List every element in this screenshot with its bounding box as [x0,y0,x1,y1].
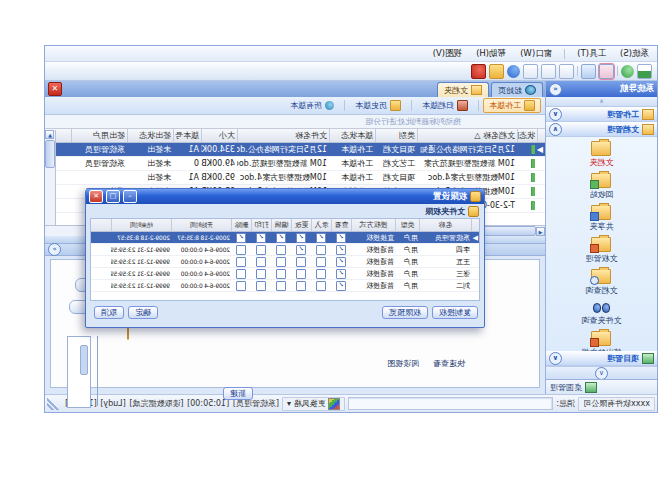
document-copy-icon[interactable] [559,64,574,79]
checkbox-delete[interactable] [236,269,246,279]
permission-row[interactable]: 刘二 用户 普通授权 ✓ 2009-6-4 0:00:00 9999-12-31… [91,280,479,292]
checkbox-print[interactable] [256,281,266,291]
checkbox-view[interactable]: ✓ [336,245,346,255]
permission-row[interactable]: 王五 用户 普通授权 ✓ 2009-6-4 0:00:00 9999-12-31… [91,256,479,268]
checkbox-view[interactable]: ✓ [336,281,346,291]
sidebar-mini-strip[interactable]: ∨ [546,366,657,379]
table-row[interactable]: 10M数据整理方案4.doc 项目文档 工作版本 10M数据整理方案4.doc … [45,171,545,185]
chevron-down-icon[interactable]: ∨ [595,367,608,380]
cancel-button[interactable]: 取消 [94,306,124,319]
table-row[interactable]: ▶ 12月5日实行网络办公通知 项目文档 工作版本 12月5日实行网络办公.do… [45,143,545,157]
checkbox-delete[interactable] [236,281,246,291]
sidebar-group-documents[interactable]: 文档管理 ∧ [546,122,657,137]
permission-row[interactable]: 李四 用户 普通授权 ✓ ✓ 2009-6-4 0:00:00 9999-12-… [91,244,479,256]
tab-read-view[interactable]: 阅读视图 [387,358,419,369]
checkbox-delete[interactable]: ✓ [236,233,246,243]
column-header-checkout-user[interactable]: 签出用户 [71,129,127,142]
checkbox-edit[interactable] [276,257,286,267]
maximize-icon[interactable]: □ [106,190,120,203]
checkbox-delete[interactable] [236,245,246,255]
column-header-docname[interactable]: 文档名称 △ [417,129,517,142]
sidebar-item-doc-rights[interactable]: 文权管理 [546,237,657,264]
collapse-panel-icon[interactable]: « [549,83,562,96]
history-version-button[interactable]: 历史版本 [349,98,407,113]
grid-group-hint[interactable]: 拖动列标题到此处进行分组 [45,115,545,129]
scroll-up-icon[interactable]: ▲ [46,130,55,139]
chart-icon[interactable] [637,64,652,79]
sidebar-item-checked-out[interactable]: 签出的文档 [546,331,657,351]
menu-tools[interactable]: 工具(T) [575,48,608,60]
column-header-checkout-status[interactable]: 签出状态 [127,129,173,142]
checkbox-view[interactable]: ✓ [336,233,346,243]
checkbox-edit[interactable]: ✓ [276,233,286,243]
checkbox-modify[interactable] [296,281,306,291]
globe-icon[interactable] [621,65,634,78]
checkbox-input[interactable] [316,245,326,255]
checkbox-edit[interactable] [276,245,286,255]
sidebar-group-work[interactable]: 工作管理 ∨ [546,107,657,122]
checkbox-edit[interactable] [276,269,286,279]
chevron-up-icon[interactable]: ∧ [549,123,562,136]
chevron-down-icon[interactable]: ∨ [549,352,562,365]
column-header-print[interactable]: 打印 [251,219,271,231]
minimize-icon[interactable]: – [123,190,137,203]
column-header-auth[interactable]: 授权方式 [351,219,395,231]
checkbox-modify[interactable] [296,269,306,279]
permission-row[interactable]: ▶ 系统管理员 用户 直接授权 ✓ ✓ ✓ ✓ ✓ ✓ 2009-2-18 8:… [91,232,479,244]
preview-listbox[interactable] [67,336,91,408]
copy-permissions-button[interactable]: 复制授权 [432,306,478,319]
table-row[interactable]: 10M 新数据整理规范方案 工艺文档 工作版本 10M 新数据整理规范.doc … [45,157,545,171]
checkbox-print[interactable]: ✓ [256,233,266,243]
preview-permissions-button[interactable]: 权限预览 [382,306,428,319]
sidebar-item-folder-search[interactable]: 文件夹查询 [546,301,657,326]
column-header-name[interactable]: 名称 [419,219,471,231]
chevron-down-icon[interactable]: ∨ [549,108,562,121]
column-header-delete[interactable]: 删除 [231,219,251,231]
checkbox-view[interactable]: ✓ [336,257,346,267]
working-version-button[interactable]: 工作版本 [483,98,541,113]
column-header-category[interactable]: 类别 [375,129,417,142]
archived-version-button[interactable]: 归档版本 [416,98,474,113]
vertical-scrollbar[interactable]: ▲ [45,130,56,225]
ok-button[interactable]: 确定 [128,306,158,319]
document-new-icon[interactable] [523,64,538,79]
scrollbar-thumb[interactable] [45,140,55,168]
column-header-size[interactable]: 大小 [201,129,237,142]
checkbox-print[interactable] [256,257,266,267]
tab-document-folder[interactable]: 文档夹 [437,82,489,97]
column-header-start[interactable]: 开始时间 [171,219,231,231]
scrollbar-thumb[interactable] [80,345,88,375]
sidebar-collapse-strip[interactable]: ∧ [546,97,657,107]
checkbox-input[interactable] [316,257,326,267]
checkbox-modify[interactable]: ✓ [296,233,306,243]
window-cascade-icon[interactable] [581,64,596,79]
menu-view[interactable]: 视图(V) [431,48,464,60]
column-header-end[interactable]: 结束时间 [111,219,171,231]
checkbox-input[interactable] [316,269,326,279]
document-open-icon[interactable] [541,64,556,79]
all-versions-button[interactable]: 所有版本 [284,98,340,113]
checkbox-view[interactable]: ✓ [336,269,346,279]
menu-system[interactable]: 系统(S) [618,48,651,60]
column-header-view[interactable]: 查看 [331,219,351,231]
column-header-version-status[interactable]: 版本状态 [329,129,375,142]
lock-icon[interactable] [489,64,504,79]
sidebar-item-document-folder[interactable]: 文档夹 [546,141,657,168]
new-button[interactable]: 新建 [223,387,253,400]
sidebar-item-doc-search[interactable]: 文档查询 [546,269,657,296]
tab-quick-view[interactable]: 快速查看 [433,358,465,369]
tab-start-page[interactable]: 起始页 [491,82,543,97]
style-picker[interactable]: 更换风格 ▾ [282,397,345,411]
dialog-titlebar[interactable]: 权限设置 – □ ✕ [86,189,484,204]
checkbox-input[interactable]: ✓ [316,233,326,243]
window-tile-icon[interactable] [599,64,614,79]
checkbox-modify[interactable]: ✓ [296,245,306,255]
checkbox-print[interactable] [256,269,266,279]
scroll-left-icon[interactable]: ◀ [536,227,545,236]
sidebar-group-projects[interactable]: 项目管理 ∨ [546,351,657,366]
checkbox-print[interactable] [256,245,266,255]
help-icon[interactable] [507,65,520,78]
checkbox-input[interactable] [316,281,326,291]
column-header-modify[interactable]: 更改 [291,219,311,231]
menu-window[interactable]: 窗口(W) [518,48,554,60]
